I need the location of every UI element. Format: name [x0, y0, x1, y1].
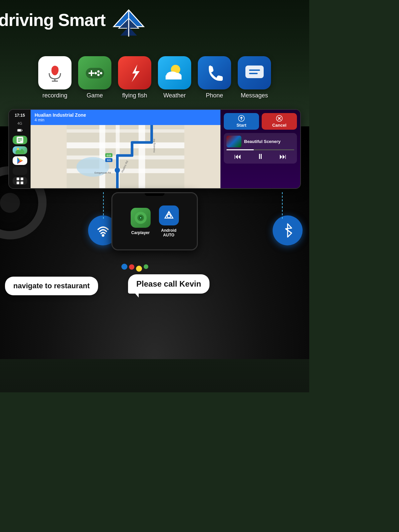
brand-logo-icon	[112, 8, 145, 46]
app-icon-messages	[238, 56, 271, 89]
photos-icon[interactable]	[13, 146, 27, 154]
media-progress-fill	[226, 149, 254, 150]
notes-icon[interactable]	[13, 136, 27, 144]
app-item-weather[interactable]: Weather	[158, 56, 191, 99]
media-title: Beautiful Scenery	[244, 139, 281, 144]
media-card: Beautiful Scenery ⏮ ⏸ ⏭	[224, 133, 297, 164]
svg-rect-34	[21, 178, 23, 180]
app-item-messages[interactable]: Messages	[238, 56, 271, 99]
app-label-game: Game	[86, 92, 103, 99]
svg-rect-5	[52, 66, 59, 74]
svg-point-14	[94, 72, 97, 74]
pause-button[interactable]: ⏸	[257, 152, 264, 161]
android-auto-app[interactable]: Android AUTO	[159, 205, 179, 237]
voice-bubble-right: Please call Kevin	[128, 274, 209, 294]
svg-text:Gongyeyuan Rd: Gongyeyuan Rd	[94, 172, 111, 174]
svg-rect-33	[17, 178, 19, 180]
map-destination: Hualian Industrial Zone	[35, 112, 216, 118]
navigate-command: navigate to restaurant	[13, 282, 90, 290]
svg-rect-35	[17, 182, 19, 184]
app-item-recording[interactable]: recording	[38, 56, 71, 99]
android-auto-icon	[159, 205, 179, 225]
map-eta: 4 min	[35, 118, 216, 122]
dash-time: 17:15	[15, 113, 25, 118]
app-label-weather: Weather	[163, 92, 186, 99]
svg-text:S31: S31	[107, 159, 111, 161]
map-destination-header: Hualian Industrial Zone 4 min	[31, 110, 220, 125]
carplayer-icon	[131, 208, 151, 228]
svg-rect-25	[22, 130, 22, 131]
dash-signal: 4G	[17, 121, 22, 126]
dash-line-bt	[282, 192, 283, 219]
dash-right-panel: Start Cancel Beautiful Scenery	[220, 110, 300, 188]
play-store-icon[interactable]	[13, 156, 27, 165]
svg-text:G15: G15	[107, 154, 111, 157]
svg-line-61	[286, 229, 292, 233]
dashboard-screen: 17:15 4G	[8, 109, 301, 189]
svg-rect-20	[166, 75, 182, 79]
app-icon-game	[78, 56, 111, 89]
start-button[interactable]: Start	[224, 113, 259, 130]
svg-point-65	[140, 217, 141, 218]
app-icon-phone	[198, 56, 231, 89]
carplayer-app[interactable]: Carplayer	[131, 208, 151, 235]
cancel-button[interactable]: Cancel	[262, 113, 297, 130]
voice-commands-section: navigate to restaurant Please call Kevin	[0, 252, 309, 302]
media-info: Beautiful Scenery	[226, 136, 294, 147]
app-item-phone[interactable]: Phone	[198, 56, 231, 99]
voice-bubble-left: navigate to restaurant	[5, 277, 98, 295]
app-item-flying-fish[interactable]: flying fish	[118, 56, 151, 99]
app-icon-weather	[158, 56, 191, 89]
svg-point-32	[17, 148, 19, 150]
svg-rect-38	[67, 142, 185, 148]
bluetooth-button[interactable]	[273, 215, 303, 245]
svg-point-60	[102, 234, 104, 237]
app-label-phone: Phone	[206, 92, 223, 99]
media-thumbnail	[226, 136, 241, 147]
start-label: Start	[236, 123, 246, 128]
app-icon-recording	[38, 56, 71, 89]
svg-point-12	[100, 72, 102, 74]
app-item-game[interactable]: Game	[78, 56, 111, 99]
app-label-flying-fish: flying fish	[122, 92, 147, 99]
svg-point-13	[97, 73, 99, 76]
app-label-recording: recording	[42, 92, 67, 99]
dash-sidebar: 17:15 4G	[9, 110, 31, 188]
svg-rect-21	[245, 66, 264, 78]
svg-text:Hulvang Rd: Hulvang Rd	[153, 139, 156, 153]
android-auto-label: Android AUTO	[159, 228, 179, 237]
phone-mockup: Carplayer Android AUTO	[111, 192, 198, 250]
cancel-label: Cancel	[272, 123, 287, 128]
carplayer-label: Carplayer	[131, 230, 150, 235]
svg-point-11	[97, 70, 99, 72]
svg-rect-36	[21, 182, 23, 184]
google-assistant-dots	[121, 264, 148, 272]
fast-forward-button[interactable]: ⏭	[279, 152, 287, 161]
call-command: Please call Kevin	[136, 279, 201, 288]
media-playback-controls: ⏮ ⏸ ⏭	[226, 152, 294, 161]
nav-controls: Start Cancel	[224, 113, 297, 130]
media-progress-bar	[226, 149, 294, 150]
svg-rect-43	[67, 129, 185, 133]
brand-title: driving Smart	[0, 7, 105, 30]
app-grid: recording Game	[0, 50, 309, 106]
dash-line-wifi	[103, 192, 104, 219]
grid-menu-icon[interactable]	[13, 177, 27, 185]
app-label-messages: Messages	[241, 92, 268, 99]
night-mode-icon[interactable]	[13, 167, 27, 175]
app-icon-flying-fish	[118, 56, 151, 89]
svg-rect-26	[18, 129, 21, 131]
rewind-button[interactable]: ⏮	[234, 152, 241, 161]
svg-marker-15	[132, 65, 140, 82]
navigation-map[interactable]: Hualian Industrial Zone 4 min	[31, 110, 220, 188]
